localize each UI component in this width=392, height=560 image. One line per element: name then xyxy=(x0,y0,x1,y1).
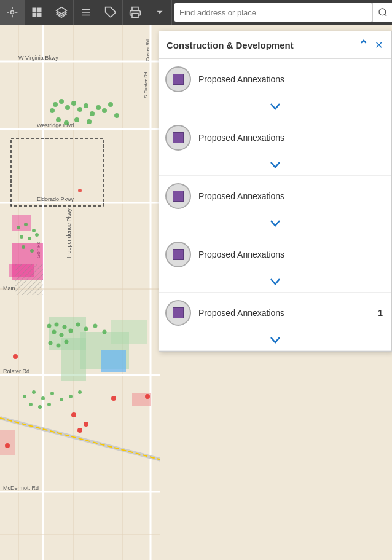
svg-rect-99 xyxy=(37,8,41,12)
svg-text:McDermott Rd: McDermott Rd xyxy=(3,485,39,491)
svg-rect-34 xyxy=(111,320,147,344)
svg-point-52 xyxy=(74,117,79,122)
dropdown-icon[interactable] xyxy=(147,0,172,25)
svg-point-43 xyxy=(77,107,82,112)
svg-marker-108 xyxy=(157,11,162,14)
close-panel-button[interactable]: ✕ xyxy=(374,38,384,52)
layer-row: Proposed Annexations 1 xyxy=(159,293,391,351)
layer-row: Proposed Annexations xyxy=(159,59,391,117)
svg-point-54 xyxy=(17,226,20,229)
svg-point-72 xyxy=(49,341,53,345)
svg-text:Custer Rd: Custer Rd xyxy=(145,39,151,61)
svg-rect-107 xyxy=(132,14,138,18)
layer-label: Proposed Annexations xyxy=(198,74,385,84)
list-icon[interactable] xyxy=(74,0,98,25)
svg-point-80 xyxy=(69,395,73,398)
print-icon[interactable] xyxy=(123,0,147,25)
svg-rect-37 xyxy=(0,430,15,455)
layer-main: Proposed Annexations xyxy=(159,176,391,216)
svg-point-79 xyxy=(60,398,63,401)
svg-point-47 xyxy=(102,108,107,113)
layer-icon-circle xyxy=(165,125,191,151)
svg-point-61 xyxy=(30,249,34,253)
layer-chevron-button[interactable] xyxy=(159,275,391,292)
svg-point-68 xyxy=(76,323,80,327)
grid-icon[interactable] xyxy=(25,0,49,25)
layer-row: Proposed Annexations xyxy=(159,176,391,234)
svg-rect-100 xyxy=(32,13,36,17)
svg-point-40 xyxy=(65,105,70,110)
svg-text:Rolater Rd: Rolater Rd xyxy=(3,368,29,374)
svg-point-39 xyxy=(59,99,64,104)
layer-chevron-button[interactable] xyxy=(159,100,391,117)
panel-header: Construction & Development ⌃ ✕ xyxy=(159,31,391,59)
search-input[interactable] xyxy=(179,8,367,17)
layer-icon-square xyxy=(173,191,184,202)
toolbar xyxy=(0,0,392,25)
tag-icon[interactable] xyxy=(98,0,123,25)
svg-point-92 xyxy=(78,189,82,192)
svg-point-55 xyxy=(24,223,28,226)
svg-point-56 xyxy=(32,229,36,232)
svg-point-90 xyxy=(77,428,82,433)
map-svg: W Virginia Bkwy Westridge Blvd Eldorado … xyxy=(0,25,160,560)
collapse-panel-button[interactable]: ⌃ xyxy=(357,37,370,52)
svg-rect-101 xyxy=(37,13,41,17)
layer-chevron-button[interactable] xyxy=(159,333,391,350)
svg-point-77 xyxy=(41,396,45,400)
svg-point-81 xyxy=(78,390,82,394)
panel-title: Construction & Development xyxy=(167,40,294,50)
svg-point-83 xyxy=(38,405,42,409)
svg-point-84 xyxy=(47,403,51,406)
svg-point-46 xyxy=(96,105,101,110)
svg-point-87 xyxy=(145,394,150,399)
layer-icon-square xyxy=(173,132,184,143)
svg-rect-27 xyxy=(12,215,31,231)
layers-icon[interactable] xyxy=(49,0,74,25)
svg-text:W Virginia Bkwy: W Virginia Bkwy xyxy=(18,55,58,61)
svg-point-69 xyxy=(84,327,88,331)
map-container: W Virginia Bkwy Westridge Blvd Eldorado … xyxy=(0,0,392,560)
svg-point-62 xyxy=(47,324,52,328)
construction-panel: Construction & Development ⌃ ✕ Proposed … xyxy=(159,31,392,352)
svg-point-51 xyxy=(64,120,69,125)
svg-point-91 xyxy=(84,422,88,427)
svg-point-93 xyxy=(10,11,14,14)
svg-point-70 xyxy=(93,324,98,328)
layer-main: Proposed Annexations xyxy=(159,59,391,100)
svg-point-38 xyxy=(53,102,58,107)
svg-point-75 xyxy=(23,395,26,398)
layer-icon-circle xyxy=(165,183,191,209)
panel-header-controls: ⌃ ✕ xyxy=(357,37,384,52)
svg-point-86 xyxy=(111,396,116,401)
search-button[interactable] xyxy=(372,3,392,22)
svg-point-109 xyxy=(379,9,386,15)
layer-row: Proposed Annexations xyxy=(159,117,391,176)
svg-point-85 xyxy=(13,354,18,359)
layer-icon-square xyxy=(173,74,184,85)
layer-chevron-button[interactable] xyxy=(159,216,391,234)
layer-label: Proposed Annexations xyxy=(198,250,385,259)
layer-main: Proposed Annexations 1 xyxy=(159,293,391,333)
svg-point-49 xyxy=(114,113,119,118)
layer-main: Proposed Annexations xyxy=(159,117,391,158)
svg-point-74 xyxy=(65,340,69,344)
locate-icon[interactable] xyxy=(0,0,25,25)
layer-chevron-button[interactable] xyxy=(159,158,391,175)
layer-icon-square xyxy=(173,249,184,260)
layer-label: Proposed Annexations xyxy=(198,133,385,143)
svg-point-58 xyxy=(28,237,31,240)
layer-icon-circle xyxy=(165,242,191,267)
layer-count: 1 xyxy=(378,308,383,318)
layer-icon-circle xyxy=(165,300,191,326)
search-container[interactable] xyxy=(174,3,372,22)
svg-text:S Custer Rd: S Custer Rd xyxy=(143,71,149,98)
svg-line-110 xyxy=(385,14,386,16)
svg-point-76 xyxy=(32,390,36,394)
svg-point-66 xyxy=(60,333,64,337)
svg-text:Independence Pkwy: Independence Pkwy xyxy=(66,208,72,258)
layer-icon-square xyxy=(173,307,184,318)
svg-text:Main: Main xyxy=(3,285,15,291)
svg-point-71 xyxy=(103,330,107,334)
svg-point-82 xyxy=(29,403,33,406)
